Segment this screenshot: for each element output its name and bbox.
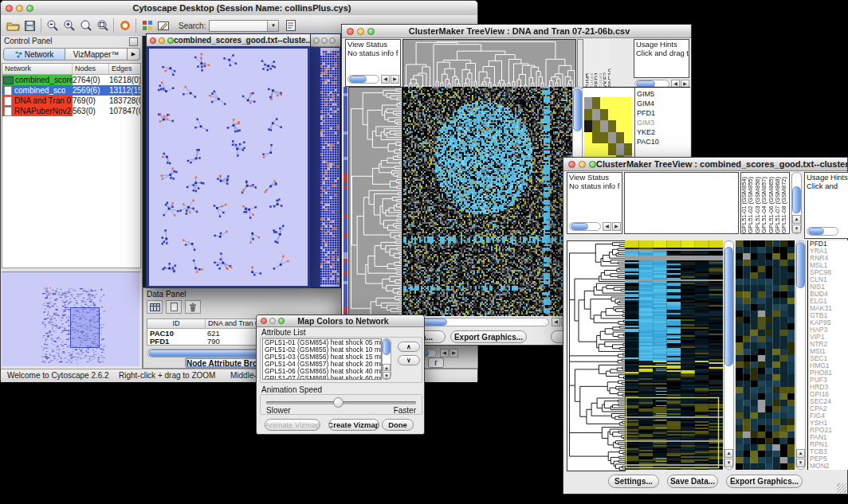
treeview2-titlebar[interactable]: ClusterMaker TreeView : combined_scores_… bbox=[563, 158, 847, 171]
zoom-heatmap-canvas[interactable] bbox=[736, 240, 795, 470]
report-icon[interactable] bbox=[282, 18, 299, 33]
minimize-button[interactable] bbox=[579, 161, 586, 168]
scroll-thumb[interactable] bbox=[383, 339, 391, 355]
matrix-cell[interactable] bbox=[616, 97, 624, 109]
matrix-cell[interactable] bbox=[584, 132, 592, 144]
heatmap-vscrollbar[interactable]: ▲ ▼ bbox=[724, 240, 734, 470]
attribute-item[interactable]: GPL51-07 (GSM868) heat shock 60 min bbox=[263, 375, 381, 380]
gene-label[interactable]: YKE2 bbox=[635, 127, 689, 137]
minimize-button[interactable] bbox=[321, 37, 328, 44]
scroll-thumb[interactable] bbox=[808, 228, 824, 235]
column-labels-scrollbar[interactable]: ▲ ▼ bbox=[791, 172, 802, 234]
network-table-row[interactable]: combined_sco2569(6)13112(15) bbox=[2, 85, 140, 96]
treeview-button-export-graphics-[interactable]: Export Graphics... bbox=[726, 475, 803, 488]
matrix-cell[interactable] bbox=[616, 132, 624, 144]
network-table-row[interactable]: DNA and Tran 07769(0)183728(0) bbox=[2, 96, 140, 106]
scroll-thumb[interactable] bbox=[792, 186, 801, 213]
attribute-listbox[interactable]: GPL51-01 (GSM854) heat shock 05 minGPL51… bbox=[262, 338, 382, 380]
network-b-titlebar[interactable] bbox=[310, 34, 340, 47]
treeview-button-save-data-[interactable]: Save Data... bbox=[667, 475, 718, 488]
zoom-button[interactable] bbox=[26, 5, 33, 12]
dialog-button-create-vizmap[interactable]: Create Vizmap bbox=[328, 419, 379, 431]
matrix-cell[interactable] bbox=[600, 143, 608, 155]
annotation-icon[interactable] bbox=[155, 18, 172, 33]
zoom-button[interactable] bbox=[589, 161, 596, 168]
matrix-cell[interactable] bbox=[592, 109, 600, 121]
zoom-button[interactable] bbox=[367, 28, 375, 35]
zoom-out-icon[interactable] bbox=[44, 18, 61, 33]
resize-grip[interactable] bbox=[837, 483, 846, 493]
main-titlebar[interactable]: Cytoscape Desktop (Session Name: collins… bbox=[1, 1, 477, 16]
heatmap-canvas[interactable] bbox=[625, 240, 723, 470]
network-titlebar[interactable]: combined_scores_good.txt--cluste... bbox=[147, 34, 310, 47]
attribute-table-icon[interactable] bbox=[147, 300, 163, 314]
col-header-nodes[interactable]: Nodes bbox=[73, 64, 109, 74]
matrix-cell[interactable] bbox=[624, 143, 632, 155]
gene-label[interactable]: GIM4 bbox=[635, 99, 689, 108]
help-lifesaver-icon[interactable] bbox=[116, 18, 133, 33]
scroll-thumb[interactable] bbox=[724, 247, 733, 366]
search-dropdown-arrow-icon[interactable]: ▼ bbox=[267, 21, 278, 31]
row-dendrogram-canvas[interactable] bbox=[348, 87, 402, 318]
tab-overflow-arrow[interactable]: ▶ bbox=[128, 48, 140, 61]
close-button[interactable] bbox=[313, 37, 320, 44]
column-label[interactable]: GPL51-02 (GSM855) bbox=[748, 177, 754, 233]
minimize-button[interactable] bbox=[269, 318, 276, 324]
matrix-cell[interactable] bbox=[592, 97, 600, 109]
float-panel-icon[interactable] bbox=[129, 37, 138, 46]
matrix-cell[interactable] bbox=[584, 143, 592, 155]
move-down-button[interactable]: ∨ bbox=[398, 355, 420, 365]
matrix-cell[interactable] bbox=[616, 120, 624, 132]
new-attribute-icon[interactable] bbox=[166, 300, 182, 314]
zoom-button[interactable] bbox=[278, 318, 285, 324]
column-label[interactable]: GPL51-06 (GSM865) bbox=[768, 177, 775, 233]
matrix-cell[interactable] bbox=[592, 132, 600, 144]
gene-label[interactable]: GIM3 bbox=[635, 118, 689, 127]
zoom-vscrollbar[interactable]: ▲ ▼ bbox=[795, 240, 806, 470]
gene-label[interactable]: PAC10 bbox=[635, 137, 689, 147]
birdseye-canvas[interactable] bbox=[2, 272, 139, 366]
minimize-button[interactable] bbox=[159, 37, 165, 44]
matrix-cell[interactable] bbox=[600, 120, 608, 132]
scroll-down-arrow-icon[interactable]: ▼ bbox=[792, 225, 801, 233]
move-up-button[interactable]: ∧ bbox=[398, 342, 420, 352]
column-label[interactable]: PAC10 bbox=[607, 68, 611, 88]
column-dendrogram-canvas[interactable] bbox=[402, 39, 576, 88]
attribute-list-scrollbar[interactable]: ▲ ▼ bbox=[382, 338, 391, 380]
scroll-thumb[interactable] bbox=[796, 242, 805, 288]
zoom-fit-icon[interactable] bbox=[77, 18, 94, 33]
network-canvas[interactable] bbox=[149, 49, 308, 286]
minimize-button[interactable] bbox=[357, 28, 364, 35]
zoom-selected-icon[interactable] bbox=[94, 18, 111, 33]
close-button[interactable] bbox=[347, 28, 354, 35]
scroll-left-arrow-icon[interactable]: ◀ bbox=[440, 349, 449, 357]
gene-label[interactable]: PFD1 bbox=[635, 108, 689, 118]
close-button[interactable] bbox=[568, 161, 575, 168]
zoom-in-icon[interactable] bbox=[61, 18, 77, 33]
zoom-button[interactable] bbox=[167, 37, 174, 44]
scroll-up-arrow-icon[interactable]: ▲ bbox=[724, 449, 733, 458]
treeview-button-export-graphics-[interactable]: Export Graphics... bbox=[450, 330, 527, 343]
scroll-down-arrow-icon[interactable]: ▼ bbox=[724, 459, 733, 467]
column-label[interactable]: PFD1 bbox=[593, 72, 598, 88]
scroll-right-arrow-icon[interactable]: ▶ bbox=[450, 349, 458, 357]
scroll-down-arrow-icon[interactable]: ▼ bbox=[796, 459, 805, 467]
scroll-left-arrow-icon[interactable]: ◀ bbox=[603, 222, 611, 231]
matrix-cell[interactable] bbox=[624, 109, 632, 121]
scroll-up-arrow-icon[interactable]: ▲ bbox=[796, 449, 805, 458]
tab-vizmapper[interactable]: VizMapper™ bbox=[65, 48, 128, 61]
matrix-cell[interactable] bbox=[624, 97, 632, 109]
network-canvas-back[interactable] bbox=[320, 48, 340, 287]
col-header-id[interactable]: ID bbox=[147, 319, 206, 328]
gene-label[interactable]: GIM5 bbox=[635, 89, 689, 99]
speed-slider-thumb[interactable] bbox=[333, 397, 344, 408]
col-header-edges[interactable]: Edges bbox=[109, 64, 140, 74]
scroll-thumb[interactable] bbox=[349, 76, 367, 83]
matrix-cell[interactable] bbox=[592, 143, 600, 155]
matrix-cell[interactable] bbox=[608, 109, 616, 121]
matrix-cell[interactable] bbox=[592, 120, 600, 132]
minimize-button[interactable] bbox=[16, 5, 23, 12]
scroll-thumb[interactable] bbox=[571, 223, 588, 230]
save-icon[interactable] bbox=[22, 18, 38, 33]
gene-label[interactable]: MON2 bbox=[808, 463, 848, 470]
